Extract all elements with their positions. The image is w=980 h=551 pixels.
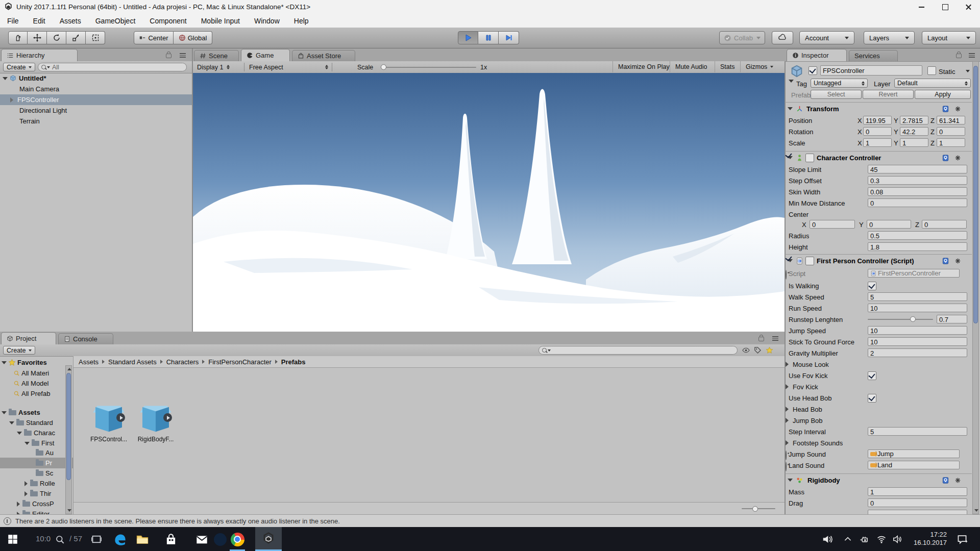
position-y-field[interactable]: 2.7815: [900, 116, 928, 124]
tray-chevron-up-icon[interactable]: [839, 531, 856, 548]
radius-field[interactable]: 0.5: [868, 231, 967, 240]
project-create-button[interactable]: Create: [3, 346, 35, 355]
hand-tool-button[interactable]: [8, 31, 28, 44]
lock-icon[interactable]: [166, 51, 172, 58]
foldout-closed-icon[interactable]: [17, 502, 20, 507]
hierarchy-create-button[interactable]: Create: [3, 63, 35, 71]
land-sound-object-field[interactable]: Land: [868, 461, 960, 469]
help-book-icon[interactable]: [942, 257, 949, 265]
favorite-all-models[interactable]: All Model: [0, 378, 73, 389]
drag-field[interactable]: 0: [868, 498, 967, 507]
hierarchy-item-main-camera[interactable]: Main Camera: [0, 84, 192, 94]
dark-app-taskbar-icon[interactable]: [211, 531, 229, 548]
script-object-field[interactable]: FirstPersonController: [868, 269, 960, 278]
foldout-closed-icon[interactable]: [786, 407, 789, 412]
breadcrumb-characters[interactable]: Characters: [166, 358, 199, 366]
pivot-toggle-button[interactable]: Center: [134, 31, 174, 44]
breadcrumb-standard-assets[interactable]: Standard Assets: [108, 358, 157, 366]
icon-size-slider[interactable]: [742, 508, 775, 509]
favorites-filter-icon[interactable]: [766, 346, 773, 354]
position-z-field[interactable]: 61.341: [937, 116, 965, 124]
tab-console[interactable]: Console: [58, 333, 113, 344]
foldout-open-icon[interactable]: [788, 479, 793, 482]
task-view-button[interactable]: [88, 531, 105, 548]
foldout-open-icon[interactable]: [2, 361, 7, 364]
gear-icon[interactable]: [954, 257, 962, 265]
search-by-label-icon[interactable]: [754, 346, 762, 354]
step-interval-field[interactable]: 5: [868, 427, 967, 436]
project-search-input[interactable]: [538, 346, 738, 355]
center-z-field[interactable]: 0: [922, 220, 967, 229]
hierarchy-item-terrain[interactable]: Terrain: [0, 116, 192, 127]
prefab-expand-badge[interactable]: [163, 413, 172, 422]
help-book-icon[interactable]: [942, 154, 949, 162]
active-checkbox[interactable]: [808, 66, 817, 75]
menu-help[interactable]: Help: [287, 17, 316, 25]
tree-characters[interactable]: Charac: [0, 428, 73, 438]
asset-fpscontroller-prefab[interactable]: FPSControl...: [87, 402, 131, 453]
runstep-field[interactable]: 0.7: [937, 315, 967, 323]
walk-speed-field[interactable]: 5: [868, 292, 967, 301]
foldout-closed-icon[interactable]: [24, 491, 28, 496]
clipped-field[interactable]: [868, 510, 967, 514]
tree-prefabs-selected[interactable]: Pr: [0, 458, 73, 468]
transform-header[interactable]: Transform: [785, 102, 972, 115]
scrollbar-thumb[interactable]: [973, 66, 978, 323]
menu-edit[interactable]: Edit: [26, 17, 53, 25]
taskbar-search-icon[interactable]: [51, 531, 68, 548]
jump-sound-object-field[interactable]: Jump: [868, 449, 960, 458]
rect-tool-button[interactable]: [86, 31, 105, 44]
mute-audio-toggle[interactable]: Mute Audio: [670, 61, 713, 72]
tab-hierarchy[interactable]: Hierarchy: [1, 49, 78, 61]
menu-gameobject[interactable]: GameObject: [88, 17, 143, 25]
display-dropdown[interactable]: Display 1: [197, 63, 234, 71]
tray-wifi-icon[interactable]: [873, 531, 890, 548]
unity-taskbar-tile[interactable]: [255, 527, 282, 551]
status-bar[interactable]: There are 2 audio listeners in the scene…: [0, 514, 980, 528]
foldout-open-icon[interactable]: [9, 421, 14, 424]
prefab-expand-badge[interactable]: [116, 413, 125, 422]
favorite-all-materials[interactable]: All Materi: [0, 368, 73, 379]
component-enabled-checkbox[interactable]: [805, 257, 814, 265]
object-picker-icon[interactable]: [786, 270, 787, 280]
foldout-open-icon[interactable]: [17, 432, 22, 435]
tray-ethernet-icon[interactable]: [855, 531, 873, 548]
project-tree-scrollbar[interactable]: [65, 365, 72, 514]
account-dropdown[interactable]: Account: [799, 31, 854, 44]
store-taskbar-icon[interactable]: [162, 531, 180, 548]
favorite-all-prefabs[interactable]: All Prefab: [0, 388, 73, 399]
foldout-closed-icon[interactable]: [10, 97, 13, 103]
tab-services[interactable]: Services: [849, 50, 898, 61]
static-checkbox[interactable]: [927, 66, 936, 75]
tab-game[interactable]: Game: [241, 49, 290, 61]
rotate-tool-button[interactable]: [47, 31, 66, 44]
search-by-type-icon[interactable]: [742, 346, 750, 354]
collab-button[interactable]: Collab: [719, 31, 765, 44]
gravity-field[interactable]: 2: [868, 348, 967, 357]
lock-icon[interactable]: [758, 334, 764, 341]
runstep-knob[interactable]: [910, 316, 916, 322]
rigidbody-header[interactable]: Rigidbody: [785, 473, 972, 486]
component-enabled-checkbox[interactable]: [805, 154, 814, 162]
panel-menu-icon[interactable]: [969, 53, 975, 58]
scale-z-field[interactable]: 1: [937, 138, 965, 147]
fov-kick-foldout[interactable]: Fov Kick: [793, 383, 818, 391]
menu-file[interactable]: File: [0, 17, 26, 25]
menu-assets[interactable]: Assets: [53, 17, 88, 25]
maximize-on-play-toggle[interactable]: Maximize On Play: [612, 61, 675, 72]
skin-width-field[interactable]: 0.08: [868, 187, 967, 196]
maximize-button[interactable]: [933, 0, 957, 14]
foldout-closed-icon[interactable]: [786, 384, 789, 389]
tree-scripts[interactable]: Sc: [0, 468, 73, 479]
minimize-button[interactable]: [910, 0, 933, 14]
jump-speed-field[interactable]: 10: [868, 326, 967, 335]
move-tool-button[interactable]: [28, 31, 47, 44]
tab-scene[interactable]: Scene: [194, 50, 239, 61]
gear-icon[interactable]: [954, 105, 962, 113]
object-picker-icon[interactable]: [786, 462, 787, 471]
tab-project[interactable]: Project: [1, 332, 56, 344]
scrollbar-thumb[interactable]: [66, 373, 71, 480]
object-picker-icon[interactable]: [786, 450, 787, 460]
asset-rigidbodyfps-prefab[interactable]: RigidBodyF...: [134, 402, 178, 453]
run-speed-field[interactable]: 10: [868, 304, 967, 312]
